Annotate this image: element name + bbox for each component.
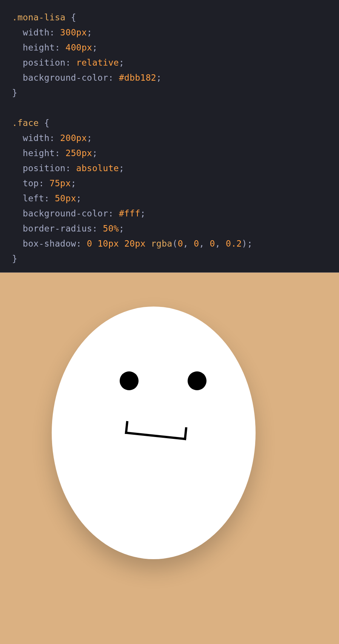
close-brace: } bbox=[12, 254, 17, 264]
close-brace: } bbox=[12, 88, 17, 98]
css-property: left bbox=[23, 193, 44, 203]
code-line: position: relative; bbox=[12, 55, 327, 70]
css-value: 300px bbox=[60, 28, 87, 37]
css-value: 50px bbox=[55, 193, 76, 203]
code-line: border-radius: 50%; bbox=[12, 221, 327, 236]
preview-panel bbox=[0, 272, 339, 644]
css-property: width bbox=[23, 28, 49, 37]
code-line: .face { bbox=[12, 115, 327, 130]
css-property: background-color bbox=[23, 209, 108, 218]
css-value: 250px bbox=[66, 148, 92, 158]
code-line: background-color: #fff; bbox=[12, 206, 327, 221]
css-property: position bbox=[23, 163, 65, 173]
css-value: #dbb182 bbox=[119, 73, 156, 83]
css-property: top bbox=[23, 178, 39, 188]
css-property: width bbox=[23, 133, 49, 143]
code-line: top: 75px; bbox=[12, 176, 327, 191]
code-line: box-shadow: 0 10px 20px rgba(0, 0, 0, 0.… bbox=[12, 236, 327, 251]
css-property: height bbox=[23, 148, 55, 158]
css-value: 10px bbox=[97, 239, 119, 248]
code-line-blank bbox=[12, 100, 327, 115]
open-brace: { bbox=[71, 12, 76, 22]
mouth-icon bbox=[125, 421, 188, 440]
right-eye-icon bbox=[188, 371, 206, 390]
css-value: 50% bbox=[103, 224, 119, 233]
code-line: height: 400px; bbox=[12, 40, 327, 55]
open-brace: { bbox=[44, 118, 49, 128]
left-eye-icon bbox=[120, 371, 139, 390]
code-line: } bbox=[12, 251, 327, 266]
css-value: 75px bbox=[49, 178, 71, 188]
css-value: #fff bbox=[119, 209, 140, 218]
css-value: relative bbox=[76, 58, 119, 67]
code-line: .mona-lisa { bbox=[12, 10, 327, 25]
code-line: width: 300px; bbox=[12, 25, 327, 40]
code-line: } bbox=[12, 85, 327, 100]
css-value: 200px bbox=[60, 133, 87, 143]
code-line: left: 50px; bbox=[12, 191, 327, 206]
css-value: absolute bbox=[76, 163, 119, 173]
css-property: background-color bbox=[23, 73, 108, 83]
css-value: 20px bbox=[124, 239, 146, 248]
css-property: box-shadow bbox=[23, 239, 76, 248]
code-line: position: absolute; bbox=[12, 161, 327, 176]
css-selector: .face bbox=[12, 118, 39, 128]
code-line: width: 200px; bbox=[12, 130, 327, 146]
css-property: border-radius bbox=[23, 224, 92, 233]
css-property: height bbox=[23, 43, 55, 52]
code-line: background-color: #dbb182; bbox=[12, 70, 327, 85]
code-editor: .mona-lisa { width: 300px; height: 400px… bbox=[0, 0, 339, 272]
css-function: rgba bbox=[151, 239, 173, 248]
face-illustration bbox=[52, 307, 256, 559]
code-line: height: 250px; bbox=[12, 146, 327, 161]
css-selector: .mona-lisa bbox=[12, 12, 65, 22]
css-value: 400px bbox=[66, 43, 92, 52]
css-property: position bbox=[23, 58, 65, 67]
css-value: 0 bbox=[87, 239, 92, 248]
